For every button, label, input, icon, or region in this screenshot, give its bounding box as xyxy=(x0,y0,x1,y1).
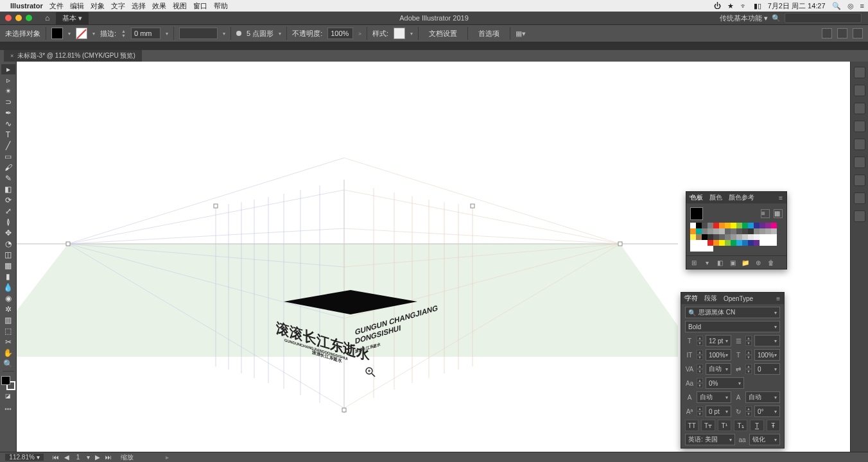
wifi-icon[interactable]: ᯤ xyxy=(740,2,747,10)
panel-menu-icon[interactable]: ≡ xyxy=(776,295,780,302)
swatch-cell[interactable] xyxy=(725,240,731,246)
allcaps-button[interactable]: TT xyxy=(685,420,699,431)
swatch-cell[interactable] xyxy=(759,223,765,228)
auto1-field[interactable]: 自动▾ xyxy=(697,391,731,403)
menu-window[interactable]: 窗口 xyxy=(193,1,207,11)
swatch-cell[interactable] xyxy=(719,223,725,228)
superscript-button[interactable]: T¹ xyxy=(718,420,731,431)
swatch-cell[interactable] xyxy=(702,234,707,240)
swatch-cell[interactable] xyxy=(748,223,754,228)
date-time[interactable]: 7月2日 周二 14:27 xyxy=(768,1,826,11)
panel-collapse-icon[interactable]: « xyxy=(689,193,692,200)
eyedropper-tool[interactable]: 💧 xyxy=(1,282,15,293)
preferences-button[interactable]: 首选项 xyxy=(473,28,505,40)
selection-tool[interactable]: ▸ xyxy=(1,64,15,74)
minimize-window-icon[interactable] xyxy=(15,15,22,21)
column-graph-tool[interactable]: ▥ xyxy=(1,315,15,325)
hand-tool[interactable]: ✋ xyxy=(1,348,15,358)
swatch-cell[interactable] xyxy=(771,228,777,234)
status-icon[interactable]: ★ xyxy=(727,2,734,10)
swatch-cell[interactable] xyxy=(748,228,754,234)
swatch-cell[interactable] xyxy=(759,240,765,246)
swatch-cell[interactable] xyxy=(731,240,736,246)
swatch-cell[interactable] xyxy=(696,240,702,246)
direct-selection-tool[interactable]: ▹ xyxy=(1,75,15,85)
current-fill-swatch[interactable] xyxy=(690,207,703,220)
swatches-panel[interactable]: « 色板 颜色 颜色参考 ≡ ≡ ▦ ⊞ ▾ ◧ ▣ 📁 ⊕ 🗑 xyxy=(686,191,787,270)
swatch-cell[interactable] xyxy=(754,240,759,246)
fill-stroke-control[interactable] xyxy=(1,376,15,390)
menu-help[interactable]: 帮助 xyxy=(214,1,228,11)
menu-select[interactable]: 选择 xyxy=(132,1,146,11)
mesh-tool[interactable]: ▦ xyxy=(1,261,15,271)
new-swatch-icon[interactable]: ⊕ xyxy=(754,259,762,266)
underline-button[interactable]: T xyxy=(750,420,763,431)
swatch-cell[interactable] xyxy=(759,228,765,234)
swatch-cell[interactable] xyxy=(754,228,759,234)
swatch-cell[interactable] xyxy=(765,223,771,228)
tracking-field[interactable]: 0▾ xyxy=(754,363,780,375)
scale-tool[interactable]: ⤢ xyxy=(1,206,15,216)
notification-icon[interactable]: ≡ xyxy=(860,2,864,10)
swatch-cell[interactable] xyxy=(707,240,713,246)
toolbar-icon[interactable] xyxy=(837,28,847,38)
swatch-cell[interactable] xyxy=(707,246,713,252)
workspace-basic-tab[interactable]: 基本 ▾ xyxy=(56,12,89,24)
swatch-cell[interactable] xyxy=(765,234,771,240)
swatch-cell[interactable] xyxy=(748,240,754,246)
rotate-tool[interactable]: ⟳ xyxy=(1,195,15,205)
stroke-weight-input[interactable] xyxy=(131,28,161,39)
dock-align-icon[interactable] xyxy=(854,210,865,222)
document-tab[interactable]: × 未标题-3* @ 112.81% (CMYK/GPU 预览) xyxy=(4,50,142,62)
delete-swatch-icon[interactable]: 🗑 xyxy=(767,259,775,266)
swatch-cell[interactable] xyxy=(725,234,731,240)
swatch-cell[interactable] xyxy=(702,246,707,252)
swatch-cell[interactable] xyxy=(696,246,702,252)
app-name[interactable]: Illustrator xyxy=(10,2,43,10)
new-color-group-icon[interactable]: ▣ xyxy=(729,259,736,266)
artboard-number[interactable]: 1 xyxy=(74,454,83,461)
swatch-grid[interactable] xyxy=(690,223,783,252)
toolbar-icon[interactable] xyxy=(822,28,832,38)
swatch-cell[interactable] xyxy=(702,228,707,234)
subscript-button[interactable]: T₁ xyxy=(734,420,747,431)
home-icon[interactable]: ⌂ xyxy=(45,13,49,22)
window-controls[interactable] xyxy=(5,15,32,21)
swatch-cell[interactable] xyxy=(702,240,707,246)
dock-symbols-icon[interactable] xyxy=(854,193,865,204)
swatch-cell[interactable] xyxy=(690,223,696,228)
menu-type[interactable]: 文字 xyxy=(111,1,125,11)
baseline-pct-field[interactable]: 0%▾ xyxy=(706,377,744,389)
font-size-field[interactable]: 12 pt▾ xyxy=(706,335,731,346)
menu-object[interactable]: 对象 xyxy=(91,1,105,11)
mac-menubar[interactable]: Illustrator 文件 编辑 对象 文字 选择 效果 视图 窗口 帮助 ⏻… xyxy=(0,0,868,12)
swatch-cell[interactable] xyxy=(696,223,702,228)
menu-edit[interactable]: 编辑 xyxy=(70,1,84,11)
strikethrough-button[interactable]: Ŧ xyxy=(767,420,780,431)
swatch-cell[interactable] xyxy=(765,240,771,246)
swatch-cell[interactable] xyxy=(725,228,731,234)
grid-view-icon[interactable]: ▦ xyxy=(774,209,783,218)
swatch-libraries-icon[interactable]: ⊞ xyxy=(690,259,698,266)
swatch-cell[interactable] xyxy=(690,228,696,234)
swatch-cell[interactable] xyxy=(713,240,719,246)
curvature-tool[interactable]: ∿ xyxy=(1,119,15,129)
swatch-cell[interactable] xyxy=(771,223,777,228)
swatch-cell[interactable] xyxy=(719,240,725,246)
swatch-cell[interactable] xyxy=(742,234,748,240)
color-mode-icons[interactable]: ◪ xyxy=(1,391,15,401)
zoom-level[interactable]: 112.81% ▾ xyxy=(5,454,44,461)
dock-stroke-icon[interactable] xyxy=(854,103,865,114)
dock-appearance-icon[interactable] xyxy=(854,139,865,150)
swatch-cell[interactable] xyxy=(719,234,725,240)
artboard-tool[interactable]: ⬚ xyxy=(1,326,15,336)
swatch-cell[interactable] xyxy=(696,234,702,240)
workspace-switcher[interactable]: 传统基本功能 ▾ xyxy=(720,13,768,23)
list-view-icon[interactable]: ≡ xyxy=(761,209,770,218)
char-rotate-field[interactable]: 0°▾ xyxy=(754,406,780,417)
stroke-swatch[interactable] xyxy=(76,28,87,39)
tab-paragraph[interactable]: 段落 xyxy=(704,294,717,303)
spotlight-icon[interactable]: 🔍 xyxy=(832,2,841,10)
close-tab-icon[interactable]: × xyxy=(10,53,13,59)
panel-collapse-icon[interactable]: « xyxy=(684,294,687,300)
